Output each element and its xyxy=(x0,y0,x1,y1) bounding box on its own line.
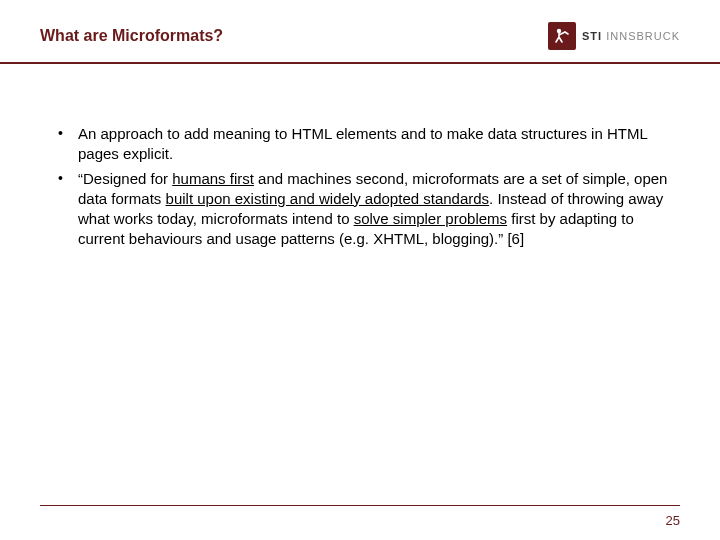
text-segment: humans first xyxy=(172,170,254,187)
logo-text: STI INNSBRUCK xyxy=(582,30,680,42)
page-number: 25 xyxy=(666,513,680,528)
text-segment: solve simpler problems xyxy=(354,210,507,227)
bullet-list: An approach to add meaning to HTML eleme… xyxy=(50,124,670,250)
logo: STI INNSBRUCK xyxy=(548,22,680,50)
logo-text-bold: STI xyxy=(582,30,602,42)
list-item: An approach to add meaning to HTML eleme… xyxy=(50,124,670,165)
text-segment: “Designed for xyxy=(78,170,172,187)
content-area: An approach to add meaning to HTML eleme… xyxy=(0,64,720,250)
slide: What are Microformats? STI INNSBRUCK An … xyxy=(0,0,720,540)
text-segment: built upon existing and widely adopted s… xyxy=(166,190,490,207)
slide-title: What are Microformats? xyxy=(40,27,223,45)
footer-divider xyxy=(40,505,680,506)
logo-text-light: INNSBRUCK xyxy=(602,30,680,42)
header: What are Microformats? STI INNSBRUCK xyxy=(0,0,720,50)
sti-logo-icon xyxy=(548,22,576,50)
text-segment: An approach to add meaning to HTML eleme… xyxy=(78,125,647,162)
list-item: “Designed for humans first and machines … xyxy=(50,169,670,250)
